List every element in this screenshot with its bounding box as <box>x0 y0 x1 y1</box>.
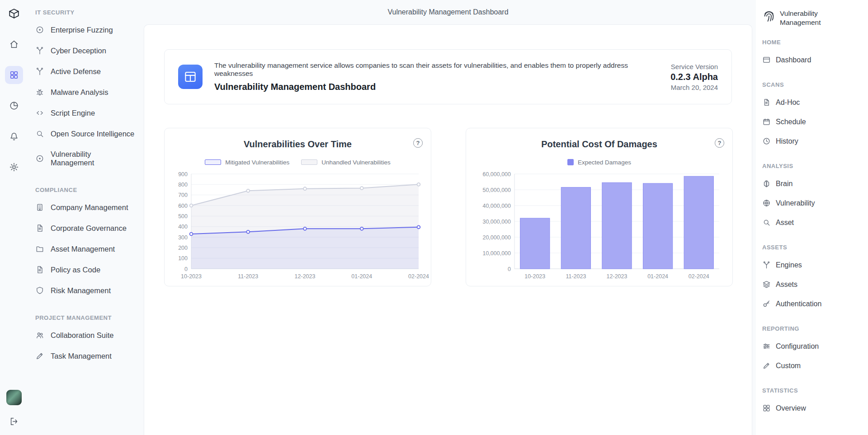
rsb-item-label: Engines <box>776 261 802 269</box>
main-column: Vulnerability Management Dashboard The v… <box>144 0 756 435</box>
rsb-item-label: Custom <box>776 362 801 370</box>
svg-text:0: 0 <box>184 266 188 272</box>
legend-item[interactable]: Mitigated Vulnerabilities <box>205 159 289 166</box>
rsb-item-history[interactable]: History <box>762 131 864 151</box>
rsb-item-schedule[interactable]: Schedule <box>762 112 864 131</box>
section-title-compliance: COMPLIANCE <box>35 187 139 193</box>
bell-icon <box>9 131 19 141</box>
sidebar-item-label: Script Engine <box>51 109 95 117</box>
sidebar-item-corporate-governance[interactable]: Corporate Governance <box>35 218 139 239</box>
rsb-section-title-reporting: REPORTING <box>762 325 864 332</box>
rsb-section-title-home: HOME <box>762 39 864 46</box>
svg-text:800: 800 <box>178 182 188 188</box>
rsb-section-title-statistics: STATISTICS <box>762 387 864 394</box>
rsb-item-engines[interactable]: Engines <box>762 255 864 275</box>
window-table-icon <box>184 70 197 84</box>
rail-analytics-button[interactable] <box>5 97 23 115</box>
legend-swatch <box>567 159 574 165</box>
svg-text:01-2024: 01-2024 <box>351 273 372 280</box>
svg-text:0: 0 <box>508 266 511 272</box>
item-icon <box>35 25 44 34</box>
svg-text:11-2023: 11-2023 <box>566 273 586 280</box>
rsb-item-brain[interactable]: Brain <box>762 174 864 193</box>
chart-card-vulnerabilities-over-time: Vulnerabilities Over Time ? Mitigated Vu… <box>164 128 431 286</box>
icon-rail <box>0 0 28 435</box>
pie-chart-icon <box>9 101 19 111</box>
sidebar-item-policy-as-code[interactable]: Policy as Code <box>35 259 139 280</box>
svg-text:50,000,000: 50,000,000 <box>482 187 511 193</box>
rail-notifications-button[interactable] <box>5 127 23 145</box>
rsb-item-custom[interactable]: Custom <box>762 356 864 375</box>
sidebar-item-label: Risk Management <box>51 286 111 295</box>
help-icon[interactable]: ? <box>715 138 724 148</box>
service-banner: The vulnerability management service all… <box>164 49 732 104</box>
service-version-label: Service Version <box>670 63 718 70</box>
rsb-item-assets[interactable]: Assets <box>762 275 864 294</box>
rsb-item-vulnerability[interactable]: Vulnerability <box>762 193 864 213</box>
left-sidebar: IT SECURITY Enterprise Fuzzing Cyber Dec… <box>28 0 144 435</box>
chart-card-potential-cost-of-damages: Potential Cost Of Damages ? Expected Dam… <box>466 128 733 286</box>
svg-text:10-2023: 10-2023 <box>524 273 545 280</box>
sidebar-item-active-defense[interactable]: Active Defense <box>35 61 139 82</box>
rsb-item-authentication[interactable]: Authentication <box>762 294 864 313</box>
rsb-item-label: Ad-Hoc <box>776 98 800 107</box>
rsb-section-title-assets: ASSETS <box>762 244 864 251</box>
page-title: Vulnerability Management Dashboard <box>387 8 508 16</box>
rsb-item-dashboard[interactable]: Dashboard <box>762 50 864 70</box>
svg-text:02-2024: 02-2024 <box>689 273 709 280</box>
sidebar-item-asset-management[interactable]: Asset Management <box>35 239 139 259</box>
item-icon <box>762 280 771 289</box>
legend-item[interactable]: Expected Damages <box>567 159 631 166</box>
item-icon <box>35 244 44 253</box>
rail-settings-button[interactable] <box>5 158 23 176</box>
rsb-item-overview[interactable]: Overview <box>762 398 864 418</box>
rsb-section-title-analysis: ANALYSIS <box>762 163 864 169</box>
rsb-section-title-scans: SCANS <box>762 81 864 88</box>
help-icon[interactable]: ? <box>413 138 423 148</box>
rsb-item-label: Brain <box>776 180 793 188</box>
sidebar-item-label: Task Management <box>51 352 112 360</box>
sidebar-item-script-engine[interactable]: Script Engine <box>35 103 139 123</box>
rsb-item-label: Schedule <box>776 118 806 126</box>
sidebar-item-collaboration-suite[interactable]: Collaboration Suite <box>35 325 139 346</box>
sidebar-item-vulnerability-management[interactable]: Vulnerability Management <box>35 144 139 173</box>
sidebar-item-risk-management[interactable]: Risk Management <box>35 280 139 301</box>
item-icon <box>35 46 44 55</box>
svg-text:01-2024: 01-2024 <box>647 273 668 280</box>
gear-icon <box>9 162 19 172</box>
legend-item[interactable]: Unhandled Vulnerabilities <box>301 159 391 166</box>
item-icon <box>762 117 771 126</box>
service-brand[interactable]: Vulnerability Management <box>762 9 864 27</box>
rsb-item-asset[interactable]: Asset <box>762 213 864 232</box>
item-icon <box>35 129 44 138</box>
section-title-project-management: PROJECT MANAGEMENT <box>35 314 139 321</box>
item-icon <box>35 331 44 340</box>
sidebar-item-malware-analysis[interactable]: Malware Analysis <box>35 82 139 103</box>
logout-button[interactable] <box>5 412 23 430</box>
sidebar-item-label: Malware Analysis <box>51 88 108 97</box>
svg-text:11-2023: 11-2023 <box>238 273 258 280</box>
sidebar-item-label: Open Source Intelligence <box>51 130 134 138</box>
sidebar-item-label: Corporate Governance <box>51 224 127 233</box>
sidebar-item-enterprise-fuzzing[interactable]: Enterprise Fuzzing <box>35 19 139 40</box>
rail-dashboard-button[interactable] <box>5 66 23 84</box>
sidebar-item-cyber-deception[interactable]: Cyber Deception <box>35 40 139 61</box>
legend-swatch <box>301 159 317 165</box>
sidebar-item-open-source-intelligence[interactable]: Open Source Intelligence <box>35 123 139 144</box>
legend-label: Unhandled Vulnerabilities <box>321 159 391 166</box>
app-logo-icon <box>8 8 20 19</box>
rsb-item-configuration[interactable]: Configuration <box>762 337 864 356</box>
svg-text:60,000,000: 60,000,000 <box>482 171 511 178</box>
svg-text:200: 200 <box>178 245 188 251</box>
sidebar-item-company-management[interactable]: Company Management <box>35 197 139 218</box>
user-avatar[interactable] <box>6 390 22 405</box>
service-banner-text: The vulnerability management service all… <box>214 61 659 92</box>
right-sidebar: Vulnerability Management HOME Dashboard … <box>756 0 868 435</box>
svg-text:600: 600 <box>178 203 188 209</box>
app-logo-button[interactable] <box>5 5 23 23</box>
rsb-item-ad-hoc[interactable]: Ad-Hoc <box>762 93 864 112</box>
rail-home-button[interactable] <box>5 35 23 53</box>
rsb-item-label: Vulnerability <box>776 199 815 207</box>
sidebar-item-task-management[interactable]: Task Management <box>35 346 139 366</box>
item-icon <box>35 265 44 274</box>
